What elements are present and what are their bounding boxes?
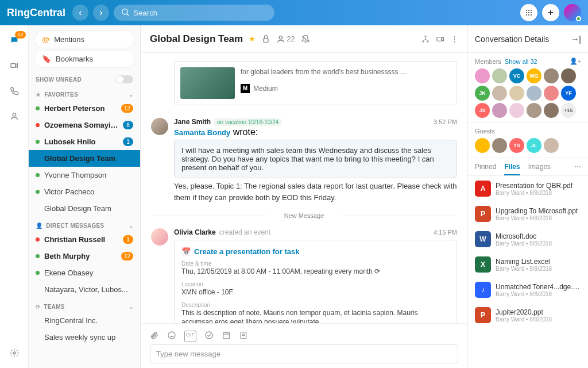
rail-contacts-icon[interactable] xyxy=(7,109,21,123)
member-avatar[interactable]: YF xyxy=(561,86,576,101)
favorite-item[interactable]: Global Design Team xyxy=(29,200,140,217)
bookmarks-item[interactable]: 🔖Bookmarks xyxy=(34,50,134,68)
svg-point-8 xyxy=(526,14,527,16)
tab-pinned[interactable]: Pinned xyxy=(475,163,496,175)
file-row[interactable]: PUpgrading To Microsoft.pptBarry Ward • … xyxy=(468,201,588,227)
link-source: Medium xyxy=(253,85,278,93)
member-avatar[interactable] xyxy=(544,103,559,118)
gif-icon[interactable]: GIF xyxy=(184,331,196,342)
dm-item[interactable]: Ekene Obasey xyxy=(29,264,140,281)
search-input[interactable] xyxy=(133,9,268,17)
rail-phone-icon[interactable] xyxy=(7,84,21,98)
file-name: Naming List.excel xyxy=(496,258,552,266)
task-icon[interactable] xyxy=(204,331,214,342)
favorite-item[interactable]: Ozoemena Somayina8 xyxy=(29,117,140,133)
guest-avatar[interactable] xyxy=(544,138,559,153)
team-item[interactable]: RingCentral Inc. xyxy=(29,312,140,329)
nav-forward-button[interactable]: › xyxy=(93,5,109,21)
dm-item[interactable]: Christian Russell1 xyxy=(29,231,140,248)
favorite-item[interactable]: Herbert Peterson12 xyxy=(29,100,140,117)
member-avatar[interactable] xyxy=(527,103,541,118)
favorite-item[interactable]: Lubosek Hnilo1 xyxy=(29,133,140,150)
team-item[interactable]: Sales weekly sync up xyxy=(29,329,140,346)
show-all-link[interactable]: Show all 32 xyxy=(505,58,537,65)
org-icon[interactable] xyxy=(421,34,430,44)
user-avatar[interactable] xyxy=(564,4,581,21)
mentions-item[interactable]: @Mentions xyxy=(34,30,134,48)
bell-off-icon[interactable] xyxy=(301,34,310,44)
guest-avatar[interactable] xyxy=(475,138,490,153)
nav-back-button[interactable]: ‹ xyxy=(72,5,88,21)
file-row[interactable]: WMicrosoft.docBarry Ward • 8/8/2018 xyxy=(468,227,588,252)
teams-section[interactable]: ⟳TEAMS⌄ xyxy=(29,298,140,312)
member-avatar[interactable] xyxy=(561,68,576,83)
collapse-icon[interactable]: →| xyxy=(571,34,581,44)
dm-item[interactable]: Natayara, Victor, Lubos... xyxy=(29,281,140,298)
note-icon[interactable] xyxy=(239,331,248,342)
video-call-icon[interactable] xyxy=(436,34,445,44)
member-avatar[interactable] xyxy=(544,68,559,83)
show-unread-toggle[interactable] xyxy=(116,75,133,83)
svg-rect-23 xyxy=(223,332,230,339)
guest-avatar[interactable]: TS xyxy=(509,138,524,153)
more-icon[interactable]: ⋮ xyxy=(451,34,458,43)
member-avatar[interactable] xyxy=(544,86,559,101)
member-avatar[interactable] xyxy=(509,86,524,101)
file-row[interactable]: XNaming List.excelBarry Ward • 8/8/2018 xyxy=(468,252,588,277)
add-member-icon[interactable]: 👤+ xyxy=(570,57,581,65)
event-title[interactable]: 📅Create a presentation for task xyxy=(181,247,450,256)
dm-item[interactable]: Beth Murphy12 xyxy=(29,248,140,264)
member-avatar[interactable]: WG xyxy=(527,68,541,83)
dialpad-button[interactable] xyxy=(520,4,537,21)
member-avatar[interactable] xyxy=(492,86,507,101)
file-row[interactable]: APresentation for QBR.pdfBarry Ward • 8/… xyxy=(468,176,588,201)
reply-name[interactable]: Samanta Bondy xyxy=(174,128,230,137)
attach-icon[interactable] xyxy=(150,331,159,342)
new-button[interactable]: + xyxy=(542,4,559,21)
item-label: Natayara, Victor, Lubos... xyxy=(44,285,133,294)
message-row: Jane Smithon vacation 10/16-10/243:52 PM… xyxy=(151,113,457,208)
svg-point-6 xyxy=(528,12,529,13)
member-avatar[interactable] xyxy=(475,68,490,83)
search-box[interactable] xyxy=(114,5,274,21)
tab-images[interactable]: Images xyxy=(528,163,551,175)
rail-settings-icon[interactable] xyxy=(7,346,21,360)
message-avatar[interactable] xyxy=(151,228,168,246)
favorite-item[interactable]: Global Design Team xyxy=(29,150,140,167)
svg-point-13 xyxy=(13,352,16,354)
compose-input[interactable]: Type new message xyxy=(150,344,458,363)
member-avatar[interactable] xyxy=(492,68,507,83)
message-avatar[interactable] xyxy=(151,118,168,135)
member-avatar[interactable] xyxy=(492,103,507,118)
favorites-section[interactable]: ★FAVORITES⌄ xyxy=(29,86,140,100)
calendar-icon[interactable] xyxy=(222,331,231,342)
favorite-item[interactable]: Yvonne Thompson xyxy=(29,167,140,183)
rail-video-icon[interactable] xyxy=(7,59,21,72)
msg-text: Yes, please. Topic 1: The regional sales… xyxy=(174,181,457,203)
file-meta: Barry Ward • 8/8/2018 xyxy=(496,291,581,297)
star-icon[interactable]: ★ xyxy=(249,34,256,43)
rail-chat-icon[interactable]: 12 xyxy=(7,33,21,47)
item-label: Global Design Team xyxy=(44,204,133,213)
presence-dot xyxy=(36,271,40,275)
member-avatar[interactable]: VC xyxy=(509,68,524,83)
members-count[interactable]: 22 xyxy=(276,34,295,44)
lock-icon[interactable] xyxy=(261,34,270,44)
file-row[interactable]: ♪Unmatched Toner4...dge.mp4Barry Ward • … xyxy=(468,277,588,302)
favorite-item[interactable]: Victor Pacheco xyxy=(29,183,140,200)
member-avatar[interactable]: +15 xyxy=(561,103,576,118)
more-icon[interactable]: ⋯ xyxy=(574,163,581,175)
member-avatar[interactable]: JK xyxy=(475,86,490,101)
show-unread-row: SHOW UNREAD xyxy=(29,70,140,86)
member-avatar[interactable]: JS xyxy=(475,103,490,118)
emoji-icon[interactable] xyxy=(167,331,176,342)
message-row: Olivia Clarkecreated an event4:15 PM 📅Cr… xyxy=(151,224,457,323)
member-avatar[interactable] xyxy=(527,86,541,101)
member-avatar[interactable] xyxy=(509,103,524,118)
presence-dot xyxy=(36,254,40,258)
guest-avatar[interactable]: JL xyxy=(527,138,541,153)
file-row[interactable]: PJupiter2020.pptBarry Ward • 8/8/2018 xyxy=(468,302,588,328)
tab-files[interactable]: Files xyxy=(504,163,520,175)
dm-section[interactable]: 👤DIRECT MESSAGES⌄ xyxy=(29,217,140,231)
guest-avatar[interactable] xyxy=(492,138,507,153)
